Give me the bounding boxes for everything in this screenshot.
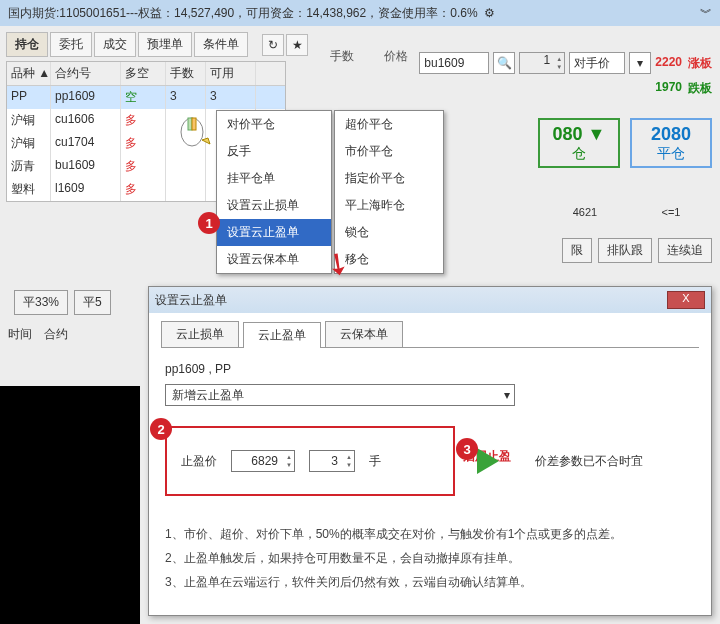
tab-cloud-sl[interactable]: 云止损单 [161, 321, 239, 347]
stop-price-label: 止盈价 [181, 453, 217, 470]
tab-conditional[interactable]: 条件单 [194, 32, 248, 57]
equity: 14,527,490 [174, 0, 234, 26]
symbol-input[interactable]: bu1609 [419, 52, 489, 74]
menu-item[interactable]: 超价平仓 [335, 111, 443, 138]
queue-follow-button[interactable]: 排队跟 [598, 238, 652, 263]
context-menu-1: 对价平仓 反手 挂平仓单 设置云止损单 设置云止盈单 设置云保本单 [216, 110, 332, 274]
search-icon[interactable]: 🔍 [493, 52, 515, 74]
table-header[interactable]: 品种 ▲合约号 多空手数 可用 [7, 62, 285, 86]
menu-item[interactable]: 对价平仓 [217, 111, 331, 138]
contract-label: 合约 [44, 326, 68, 343]
note-1: 1、市价、超价、对价下单，50%的概率成交在对价，与触发价有1个点或更多的点差。 [165, 522, 695, 546]
tab-parked[interactable]: 预埋单 [138, 32, 192, 57]
svg-rect-1 [188, 118, 192, 130]
annotation-1: 1 [198, 212, 220, 234]
collapse-icon[interactable]: ︾ [700, 0, 712, 26]
cloud-tp-dialog: 设置云止盈单 X 云止损单 云止盈单 云保本单 pp1609 , PP 新增云止… [148, 286, 712, 616]
close-5-button[interactable]: 平5 [74, 290, 111, 315]
annotation-2: 2 [150, 418, 172, 440]
time-label: 时间 [8, 326, 32, 343]
star-icon[interactable]: ★ [286, 34, 308, 56]
tab-cloud-be[interactable]: 云保本单 [325, 321, 403, 347]
titlebar: 国内期货: 1105001651 --- 权益： 14,527,490 ，可用资… [0, 0, 720, 26]
menu-item[interactable]: 指定价平仓 [335, 165, 443, 192]
avail: 14,438,962 [306, 0, 366, 26]
note-3: 3、止盈单在云端运行，软件关闭后仍然有效，云端自动确认结算单。 [165, 570, 695, 594]
svg-rect-2 [192, 118, 196, 130]
menu-item-set-cloud-tp[interactable]: 设置云止盈单 [217, 219, 331, 246]
lots-input[interactable]: 1 [519, 52, 565, 74]
qty-unit: 手 [369, 453, 381, 470]
context-menu-2: 超价平仓 市价平仓 指定价平仓 平上海昨仓 锁仓 移仓 [334, 110, 444, 274]
continuous-chase-button[interactable]: 连续追 [658, 238, 712, 263]
price-dropdown-icon[interactable]: ▾ [629, 52, 651, 74]
tab-fills[interactable]: 成交 [94, 32, 136, 57]
close-33-button[interactable]: 平33% [14, 290, 68, 315]
black-panel [0, 386, 140, 624]
menu-item[interactable]: 锁仓 [335, 219, 443, 246]
close-icon[interactable]: X [667, 291, 705, 309]
price-label: 价格 [384, 48, 408, 65]
annotation-3: 3 [456, 438, 478, 460]
table-row[interactable]: PPpp1609 空33 [7, 86, 285, 109]
qty-input[interactable]: 3 [309, 450, 355, 472]
refresh-icon[interactable]: ↻ [262, 34, 284, 56]
dialog-title: 设置云止盈单 [155, 292, 227, 309]
spread-note: 价差参数已不合时宜 [535, 453, 643, 470]
menu-item[interactable]: 设置云保本单 [217, 246, 331, 273]
note-2: 2、止盈单触发后，如果持仓可用数量不足，会自动撤掉原有挂单。 [165, 546, 695, 570]
tab-cloud-tp[interactable]: 云止盈单 [243, 322, 321, 348]
tp-input-group: 止盈价 6829 3 手 [165, 426, 455, 496]
menu-item[interactable]: 设置云止损单 [217, 192, 331, 219]
limit-button[interactable]: 限 [562, 238, 592, 263]
stop-price-input[interactable]: 6829 [231, 450, 295, 472]
menu-item[interactable]: 挂平仓单 [217, 165, 331, 192]
fund-use: 0.6% [450, 0, 477, 26]
tab-positions[interactable]: 持仓 [6, 32, 48, 57]
play-icon[interactable] [477, 448, 499, 474]
buy-button[interactable]: 080 ▼ 仓 [538, 118, 620, 168]
gear-icon[interactable]: ⚙ [484, 0, 495, 26]
cursor-icon [180, 114, 214, 150]
menu-item[interactable]: 平上海昨仓 [335, 192, 443, 219]
price-mode[interactable]: 对手价 [569, 52, 625, 74]
account: 1105001651 [59, 0, 126, 26]
tp-combo[interactable]: 新增云止盈单 [165, 384, 515, 406]
tab-orders[interactable]: 委托 [50, 32, 92, 57]
menu-item[interactable]: 市价平仓 [335, 138, 443, 165]
menu-item[interactable]: 反手 [217, 138, 331, 165]
title-prefix: 国内期货: [8, 0, 59, 26]
lots-label: 手数 [330, 48, 354, 65]
sell-button[interactable]: 2080 平仓 [630, 118, 712, 168]
symbol-line: pp1609 , PP [165, 362, 695, 376]
